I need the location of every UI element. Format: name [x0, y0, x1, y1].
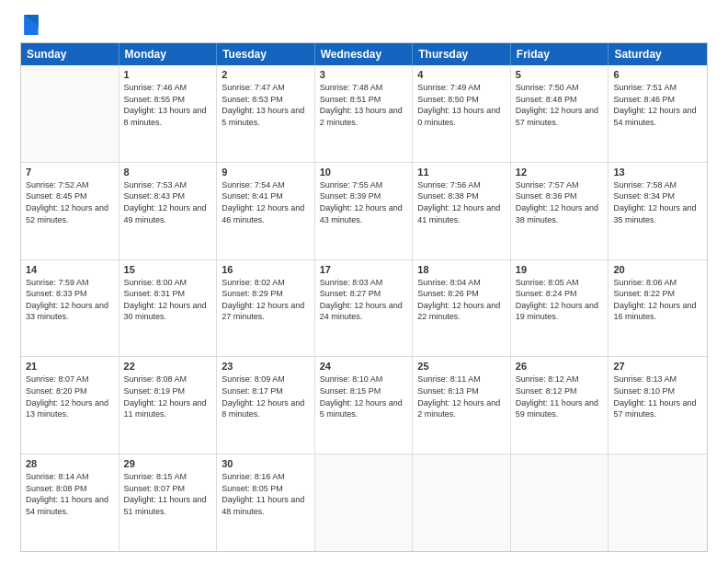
calendar-cell: 26Sunrise: 8:12 AM Sunset: 8:12 PM Dayli… — [511, 357, 609, 454]
day-number: 16 — [222, 264, 310, 275]
day-info: Sunrise: 7:51 AM Sunset: 8:46 PM Dayligh… — [613, 82, 702, 128]
header-day-friday: Friday — [511, 43, 609, 65]
calendar-cell: 3Sunrise: 7:48 AM Sunset: 8:51 PM Daylig… — [315, 65, 414, 162]
day-info: Sunrise: 8:07 AM Sunset: 8:20 PM Dayligh… — [26, 373, 114, 419]
logo — [20, 17, 40, 37]
calendar-header: SundayMondayTuesdayWednesdayThursdayFrid… — [21, 43, 707, 65]
logo-flag-icon — [23, 15, 40, 35]
calendar-cell: 15Sunrise: 8:00 AM Sunset: 8:31 PM Dayli… — [119, 260, 218, 357]
calendar-cell — [315, 454, 414, 551]
day-number: 23 — [222, 361, 310, 372]
day-number: 29 — [124, 458, 212, 469]
calendar-cell: 28Sunrise: 8:14 AM Sunset: 8:08 PM Dayli… — [21, 454, 119, 551]
calendar-cell: 29Sunrise: 8:15 AM Sunset: 8:07 PM Dayli… — [119, 454, 218, 551]
day-info: Sunrise: 7:54 AM Sunset: 8:41 PM Dayligh… — [222, 179, 310, 225]
calendar-cell: 12Sunrise: 7:57 AM Sunset: 8:36 PM Dayli… — [511, 163, 609, 259]
calendar-cell: 4Sunrise: 7:49 AM Sunset: 8:50 PM Daylig… — [413, 65, 511, 162]
day-info: Sunrise: 8:00 AM Sunset: 8:31 PM Dayligh… — [124, 277, 212, 323]
day-number: 28 — [26, 458, 114, 469]
day-info: Sunrise: 7:49 AM Sunset: 8:50 PM Dayligh… — [417, 82, 506, 128]
header — [20, 17, 708, 37]
calendar-row-3: 21Sunrise: 8:07 AM Sunset: 8:20 PM Dayli… — [21, 357, 707, 454]
day-info: Sunrise: 8:12 AM Sunset: 8:12 PM Dayligh… — [516, 373, 604, 419]
day-info: Sunrise: 8:06 AM Sunset: 8:22 PM Dayligh… — [613, 277, 702, 323]
day-info: Sunrise: 7:58 AM Sunset: 8:34 PM Dayligh… — [613, 179, 702, 225]
header-day-thursday: Thursday — [413, 43, 511, 65]
day-number: 9 — [222, 167, 310, 178]
calendar-cell: 13Sunrise: 7:58 AM Sunset: 8:34 PM Dayli… — [609, 163, 707, 259]
header-day-monday: Monday — [119, 43, 218, 65]
calendar-cell: 27Sunrise: 8:13 AM Sunset: 8:10 PM Dayli… — [609, 357, 707, 454]
day-info: Sunrise: 7:47 AM Sunset: 8:53 PM Dayligh… — [222, 82, 310, 128]
day-number: 25 — [417, 361, 506, 372]
header-day-saturday: Saturday — [609, 43, 707, 65]
calendar-cell: 7Sunrise: 7:52 AM Sunset: 8:45 PM Daylig… — [21, 163, 119, 259]
day-info: Sunrise: 8:10 AM Sunset: 8:15 PM Dayligh… — [320, 373, 408, 419]
calendar-cell: 6Sunrise: 7:51 AM Sunset: 8:46 PM Daylig… — [609, 65, 707, 162]
day-number: 26 — [516, 361, 604, 372]
day-number: 19 — [516, 264, 604, 275]
calendar: SundayMondayTuesdayWednesdayThursdayFrid… — [20, 42, 708, 552]
calendar-cell: 5Sunrise: 7:50 AM Sunset: 8:48 PM Daylig… — [511, 65, 609, 162]
calendar-cell: 1Sunrise: 7:46 AM Sunset: 8:55 PM Daylig… — [119, 65, 218, 162]
day-info: Sunrise: 8:04 AM Sunset: 8:26 PM Dayligh… — [417, 277, 506, 323]
day-info: Sunrise: 8:08 AM Sunset: 8:19 PM Dayligh… — [124, 373, 212, 419]
day-info: Sunrise: 7:53 AM Sunset: 8:43 PM Dayligh… — [124, 179, 212, 225]
header-day-wednesday: Wednesday — [315, 43, 414, 65]
calendar-row-2: 14Sunrise: 7:59 AM Sunset: 8:33 PM Dayli… — [21, 260, 707, 358]
calendar-cell — [609, 454, 707, 551]
day-number: 1 — [124, 69, 212, 80]
calendar-cell — [413, 454, 511, 551]
day-info: Sunrise: 8:05 AM Sunset: 8:24 PM Dayligh… — [516, 277, 604, 323]
day-info: Sunrise: 7:52 AM Sunset: 8:45 PM Dayligh… — [26, 179, 114, 225]
calendar-body: 1Sunrise: 7:46 AM Sunset: 8:55 PM Daylig… — [21, 65, 707, 551]
day-number: 4 — [417, 69, 506, 80]
calendar-cell: 11Sunrise: 7:56 AM Sunset: 8:38 PM Dayli… — [413, 163, 511, 259]
day-info: Sunrise: 7:55 AM Sunset: 8:39 PM Dayligh… — [320, 179, 408, 225]
calendar-row-1: 7Sunrise: 7:52 AM Sunset: 8:45 PM Daylig… — [21, 163, 707, 260]
day-number: 17 — [320, 264, 408, 275]
day-number: 2 — [222, 69, 310, 80]
calendar-cell: 24Sunrise: 8:10 AM Sunset: 8:15 PM Dayli… — [315, 357, 414, 454]
day-number: 18 — [417, 264, 506, 275]
calendar-cell: 18Sunrise: 8:04 AM Sunset: 8:26 PM Dayli… — [413, 260, 511, 357]
day-info: Sunrise: 8:02 AM Sunset: 8:29 PM Dayligh… — [222, 277, 310, 323]
day-info: Sunrise: 7:50 AM Sunset: 8:48 PM Dayligh… — [516, 82, 604, 128]
day-info: Sunrise: 7:48 AM Sunset: 8:51 PM Dayligh… — [320, 82, 408, 128]
day-number: 5 — [516, 69, 604, 80]
calendar-cell: 2Sunrise: 7:47 AM Sunset: 8:53 PM Daylig… — [217, 65, 315, 162]
day-info: Sunrise: 7:56 AM Sunset: 8:38 PM Dayligh… — [417, 179, 506, 225]
calendar-cell: 17Sunrise: 8:03 AM Sunset: 8:27 PM Dayli… — [315, 260, 414, 357]
header-day-tuesday: Tuesday — [217, 43, 315, 65]
day-number: 24 — [320, 361, 408, 372]
calendar-cell: 16Sunrise: 8:02 AM Sunset: 8:29 PM Dayli… — [217, 260, 315, 357]
calendar-cell: 21Sunrise: 8:07 AM Sunset: 8:20 PM Dayli… — [21, 357, 119, 454]
day-number: 30 — [222, 458, 310, 469]
day-info: Sunrise: 8:15 AM Sunset: 8:07 PM Dayligh… — [124, 471, 212, 517]
calendar-row-0: 1Sunrise: 7:46 AM Sunset: 8:55 PM Daylig… — [21, 65, 707, 163]
day-info: Sunrise: 7:59 AM Sunset: 8:33 PM Dayligh… — [26, 277, 114, 323]
day-info: Sunrise: 7:57 AM Sunset: 8:36 PM Dayligh… — [516, 179, 604, 225]
day-info: Sunrise: 8:14 AM Sunset: 8:08 PM Dayligh… — [26, 471, 114, 517]
day-info: Sunrise: 8:09 AM Sunset: 8:17 PM Dayligh… — [222, 373, 310, 419]
day-number: 12 — [516, 167, 604, 178]
day-number: 11 — [417, 167, 506, 178]
day-number: 13 — [613, 167, 702, 178]
calendar-cell: 23Sunrise: 8:09 AM Sunset: 8:17 PM Dayli… — [217, 357, 315, 454]
day-number: 3 — [320, 69, 408, 80]
day-info: Sunrise: 8:13 AM Sunset: 8:10 PM Dayligh… — [613, 373, 702, 419]
calendar-cell: 19Sunrise: 8:05 AM Sunset: 8:24 PM Dayli… — [511, 260, 609, 357]
calendar-cell: 20Sunrise: 8:06 AM Sunset: 8:22 PM Dayli… — [609, 260, 707, 357]
calendar-cell: 22Sunrise: 8:08 AM Sunset: 8:19 PM Dayli… — [119, 357, 218, 454]
calendar-cell — [511, 454, 609, 551]
calendar-cell: 25Sunrise: 8:11 AM Sunset: 8:13 PM Dayli… — [413, 357, 511, 454]
calendar-cell: 10Sunrise: 7:55 AM Sunset: 8:39 PM Dayli… — [315, 163, 414, 259]
day-number: 27 — [613, 361, 702, 372]
day-number: 14 — [26, 264, 114, 275]
calendar-cell: 9Sunrise: 7:54 AM Sunset: 8:41 PM Daylig… — [217, 163, 315, 259]
day-info: Sunrise: 8:16 AM Sunset: 8:05 PM Dayligh… — [222, 471, 310, 517]
calendar-cell: 14Sunrise: 7:59 AM Sunset: 8:33 PM Dayli… — [21, 260, 119, 357]
day-number: 6 — [613, 69, 702, 80]
page: SundayMondayTuesdayWednesdayThursdayFrid… — [0, 0, 728, 563]
calendar-cell — [21, 65, 119, 162]
